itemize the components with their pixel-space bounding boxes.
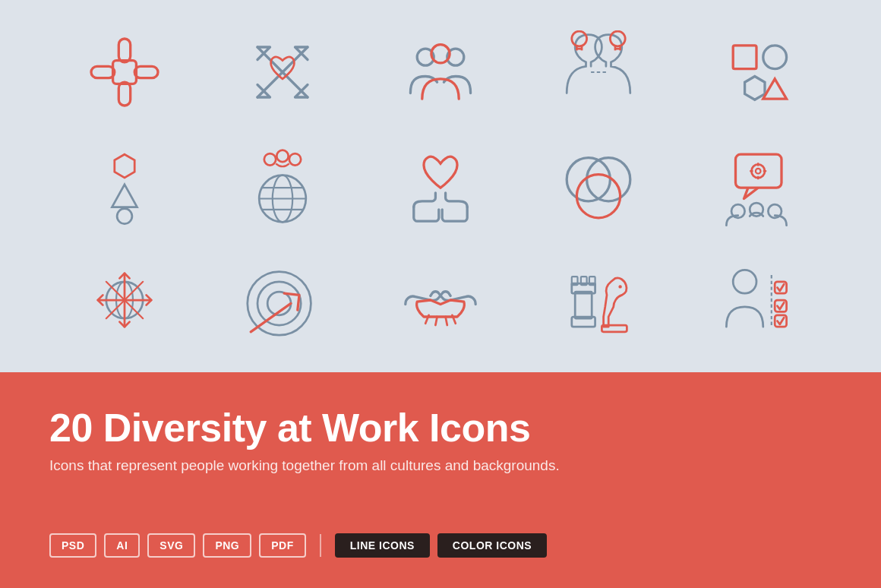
svg-marker-21 (745, 77, 765, 100)
icon-row-1 (46, 23, 835, 122)
icon-global-network (56, 251, 193, 349)
svg-point-70 (618, 285, 621, 288)
svg-rect-38 (736, 154, 782, 188)
icon-section (0, 0, 881, 372)
badge-ai: AI (104, 533, 140, 558)
icon-global-team (214, 137, 351, 236)
icon-row-3 (46, 251, 835, 349)
svg-line-62 (251, 303, 291, 331)
svg-point-33 (276, 150, 288, 162)
svg-point-60 (257, 282, 301, 325)
icon-teamwork-hands (56, 23, 193, 122)
icon-team-group (372, 23, 509, 122)
svg-point-20 (763, 46, 787, 69)
icon-target-goal (214, 251, 351, 349)
badge-pdf: PDF (259, 533, 306, 558)
svg-rect-19 (733, 46, 756, 69)
svg-point-32 (264, 153, 276, 165)
icon-conflict (214, 23, 351, 122)
info-section: 20 Diversity at Work Icons Icons that re… (0, 372, 881, 588)
badge-svg: SVG (147, 533, 195, 558)
svg-point-39 (751, 164, 765, 178)
svg-point-25 (117, 209, 132, 224)
icon-hierarchy (56, 137, 193, 236)
svg-point-37 (576, 175, 620, 218)
svg-rect-3 (134, 66, 158, 77)
icon-row-2 (46, 137, 835, 236)
svg-marker-22 (763, 79, 787, 99)
svg-marker-23 (115, 154, 134, 178)
badges-row: PSD AI SVG PNG PDF LINE ICONS COLOR ICON… (49, 533, 832, 558)
badge-psd: PSD (49, 533, 96, 558)
badge-png: PNG (203, 533, 251, 558)
icon-handshake (372, 251, 509, 349)
icon-chess-strategy (530, 251, 667, 349)
svg-rect-1 (118, 82, 130, 106)
svg-point-35 (567, 158, 610, 201)
svg-point-36 (587, 158, 630, 201)
svg-point-34 (289, 153, 301, 165)
svg-rect-69 (602, 325, 627, 332)
svg-rect-4 (113, 61, 137, 84)
svg-rect-0 (118, 39, 130, 62)
separator (320, 534, 321, 557)
icon-person-evaluation (688, 251, 825, 349)
svg-marker-24 (112, 185, 137, 207)
icon-shapes-diversity (688, 23, 825, 122)
icon-venn-inclusion (530, 137, 667, 236)
button-line-icons[interactable]: LINE ICONS (335, 533, 430, 558)
svg-rect-2 (91, 66, 115, 77)
button-color-icons[interactable]: COLOR ICONS (437, 533, 547, 558)
subtitle: Icons that represent people working toge… (49, 457, 832, 474)
main-title: 20 Diversity at Work Icons (49, 406, 832, 450)
svg-rect-64 (575, 292, 592, 318)
svg-point-40 (756, 169, 761, 174)
text-content: 20 Diversity at Work Icons Icons that re… (49, 406, 832, 474)
svg-point-71 (733, 270, 756, 293)
icon-care-heart (372, 137, 509, 236)
icon-team-communication (688, 137, 825, 236)
icon-ideas-collaboration (530, 23, 667, 122)
